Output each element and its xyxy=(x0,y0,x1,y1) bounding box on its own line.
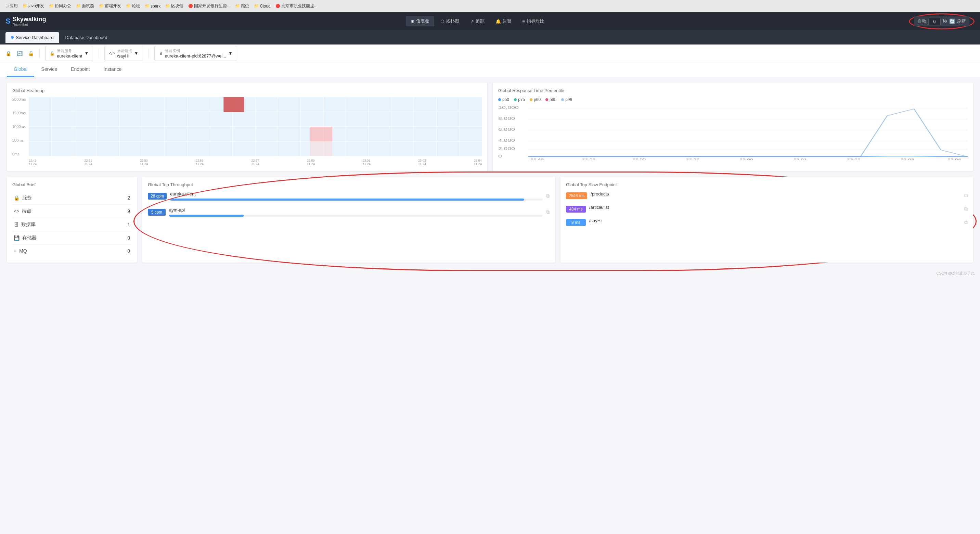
heatmap-svg xyxy=(29,97,482,156)
legend-p50: p50 xyxy=(498,97,509,102)
cpm-badge-1: 5 cpm xyxy=(148,209,165,216)
browser-bar: ⊞ 应用 📁 java开发 📁 协同办公 📁 面试题 📁 前端开发 📁 论坛 📁… xyxy=(0,0,980,12)
topology-icon: ⬡ xyxy=(441,19,444,24)
tab-endpoint[interactable]: Endpoint xyxy=(64,62,97,77)
current-instance-select[interactable]: 🖥 当前实例 eureka-client-pid:62877@wei... ▼ xyxy=(154,46,237,61)
ms-badge-1: 484 ms xyxy=(566,206,586,213)
lock-brief-icon: 🔒 xyxy=(14,195,19,201)
slow-copy-icon-1[interactable]: ⧉ xyxy=(964,206,968,212)
legend-dot-p90 xyxy=(530,98,533,101)
tab-global[interactable]: Global xyxy=(7,62,34,77)
brief-card: Global Brief 🔒 服务 2 <> 端点 9 🗄 数据库 xyxy=(7,177,137,263)
svg-rect-24 xyxy=(223,97,244,112)
divider-3 xyxy=(148,49,149,58)
nav-topology[interactable]: ⬡ 拓扑图 xyxy=(436,16,464,26)
chevron-down-icon-3: ▼ xyxy=(228,51,233,56)
svg-text:23:02: 23:02 xyxy=(847,158,860,160)
legend-dot-p95 xyxy=(546,98,548,101)
nav-trace[interactable]: ↗ 追踪 xyxy=(465,16,489,26)
slow-copy-icon-0[interactable]: ⧉ xyxy=(964,193,968,199)
tab-database-dashboard[interactable]: Database Dashboard xyxy=(60,32,113,43)
copy-icon-1[interactable]: ⧉ xyxy=(546,209,550,215)
watermark: CSDN @芝能止步于此 xyxy=(0,268,980,279)
main-content: Global Heatmap 2000ms 1500ms 1000ms 500m… xyxy=(0,77,980,268)
response-time-svg: 10,000 8,000 6,000 4,000 2,000 0 22:49 xyxy=(498,105,968,160)
unlock-icon[interactable]: 🔓 xyxy=(28,51,34,56)
current-endpoint-select[interactable]: </> 当前端点 /sayHi ▼ xyxy=(104,46,143,61)
metrics-icon: ≡ xyxy=(522,19,525,24)
tab-instance[interactable]: Instance xyxy=(97,62,128,77)
charts-row: Global Heatmap 2000ms 1500ms 1000ms 500m… xyxy=(7,83,973,171)
database-brief-icon: 🗄 xyxy=(14,222,19,227)
throughput-title: Global Top Throughput xyxy=(148,182,550,187)
bookmark-blockchain[interactable]: 📁 区块链 xyxy=(164,2,185,10)
nav-alarm[interactable]: 🔔 告警 xyxy=(491,16,516,26)
bookmarks: ⊞ 应用 📁 java开发 📁 协同办公 📁 面试题 📁 前端开发 📁 论坛 📁… xyxy=(4,2,319,10)
heatmap-area: 2000ms 1500ms 1000ms 500ms 0ms xyxy=(12,97,482,166)
legend-dot-p75 xyxy=(514,98,517,101)
nav-dashboard[interactable]: ⊞ 仪表盘 xyxy=(406,16,434,26)
slow-name-0: /products xyxy=(590,191,961,196)
bookmark-apps[interactable]: ⊞ 应用 xyxy=(4,2,19,10)
brief-row-mq: ≡ MQ 0 xyxy=(12,245,131,257)
throughput-bar-wrap-1 xyxy=(169,215,543,217)
legend-dot-p99 xyxy=(561,98,564,101)
slow-copy-icon-2[interactable]: ⧉ xyxy=(964,219,968,225)
current-service-select[interactable]: 🔒 当前服务 eureka-client ▼ xyxy=(45,46,93,61)
svg-text:0: 0 xyxy=(498,155,502,158)
slow-name-1: /article/list xyxy=(589,205,961,210)
bookmark-bank[interactable]: 🔴 国家开发银行生源... xyxy=(187,2,232,10)
throughput-bar-wrap-0 xyxy=(170,199,543,201)
bookmark-spark[interactable]: 📁 spark xyxy=(143,3,162,9)
bookmark-forum[interactable]: 📁 论坛 xyxy=(124,2,141,10)
logo-sub: Rocketbot xyxy=(13,23,46,27)
svg-text:2,000: 2,000 xyxy=(498,147,515,151)
heatmap-x-labels: 22:4911-24 22:5111-24 22:5311-24 22:5511… xyxy=(29,159,482,166)
service-bar: 🔒 🔄 🔓 🔒 当前服务 eureka-client ▼ </> 当前端点 /s… xyxy=(0,45,980,62)
svg-text:22:49: 22:49 xyxy=(530,158,544,160)
legend-p95: p95 xyxy=(546,97,556,102)
ms-badge-2: 9 ms xyxy=(566,219,586,226)
brief-row-database: 🗄 数据库 1 xyxy=(12,218,131,231)
throughput-name-0: eureka-client xyxy=(170,191,543,196)
endpoint-brief-icon: <> xyxy=(14,209,19,214)
slow-row-1: 484 ms /article/list ⧉ xyxy=(566,205,968,213)
refresh-service-icon[interactable]: 🔄 xyxy=(17,51,22,56)
brief-row-endpoint: <> 端点 9 xyxy=(12,205,131,218)
legend-p75: p75 xyxy=(514,97,525,102)
logo: S Skywalking Rocketbot xyxy=(5,16,46,27)
svg-text:23:01: 23:01 xyxy=(793,158,807,160)
top-nav: S Skywalking Rocketbot ⊞ 仪表盘 ⬡ 拓扑图 ↗ 追踪 … xyxy=(0,12,980,30)
ms-badge-0: 2546 ms xyxy=(566,192,587,199)
bookmark-beijing[interactable]: 🔴 北京市职业技能提... xyxy=(274,2,319,10)
svg-text:4,000: 4,000 xyxy=(498,139,515,142)
throughput-name-1: aym-api xyxy=(169,207,543,213)
nav-metrics[interactable]: ≡ 指标对比 xyxy=(518,16,550,26)
legend-p90: p90 xyxy=(530,97,541,102)
refresh-seconds-input[interactable] xyxy=(928,18,941,25)
storage-brief-icon: 💾 xyxy=(14,235,19,241)
bookmark-interview[interactable]: 📁 面试题 xyxy=(75,2,95,10)
nav-right: 自动 秒 🔄 刷新 xyxy=(909,13,975,29)
throughput-item-1: 5 cpm aym-api ⧉ xyxy=(148,207,550,217)
bookmark-spider[interactable]: 📁 爬虫 xyxy=(234,2,250,10)
svg-text:23:03: 23:03 xyxy=(900,158,914,160)
lock-icon[interactable]: 🔒 xyxy=(5,51,11,56)
tab-service[interactable]: Service xyxy=(34,62,64,77)
divider-1 xyxy=(39,49,40,58)
refresh-button[interactable]: 🔄 xyxy=(949,19,955,24)
bookmark-collab[interactable]: 📁 协同办公 xyxy=(48,2,73,10)
copy-icon-0[interactable]: ⧉ xyxy=(546,193,550,199)
bookmark-frontend[interactable]: 📁 前端开发 xyxy=(97,2,123,10)
mq-brief-icon: ≡ xyxy=(14,248,16,253)
legend-row: p50 p75 p90 p95 p99 xyxy=(498,97,968,102)
brief-row-storage: 💾 存储器 0 xyxy=(12,231,131,245)
svg-text:22:55: 22:55 xyxy=(632,158,646,160)
tab-service-dashboard[interactable]: Service Dashboard xyxy=(5,32,59,43)
seconds-label: 秒 xyxy=(943,18,947,24)
instance-icon: 🖥 xyxy=(159,51,163,56)
bookmark-cloud[interactable]: 📁 Cloud xyxy=(253,3,272,9)
bookmark-java[interactable]: 📁 java开发 xyxy=(21,2,46,10)
tab-dot xyxy=(11,36,14,39)
logo-text: Skywalking xyxy=(13,16,46,22)
